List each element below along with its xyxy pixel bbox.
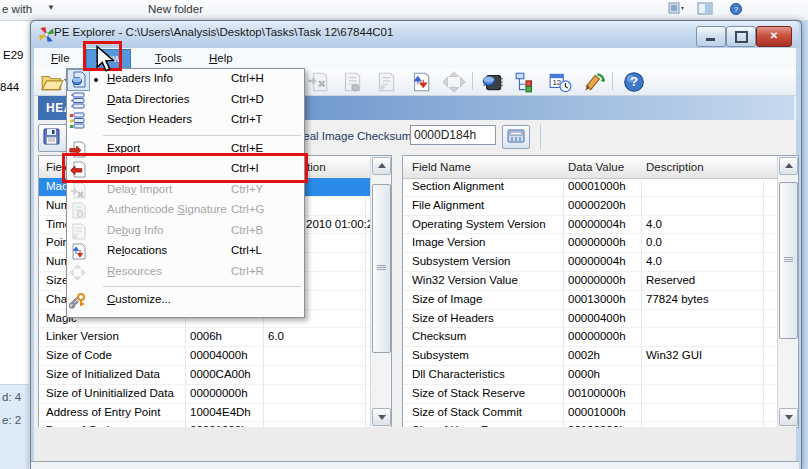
table-cell: 00000004h bbox=[568, 216, 626, 234]
table-row[interactable]: Size of Stack Commit00001000h bbox=[403, 404, 778, 423]
table-row[interactable]: Win32 Version Value00000000hReserved bbox=[403, 272, 778, 291]
svg-text:?: ? bbox=[630, 74, 638, 89]
table-row[interactable]: Size of Stack Reserve00100000h bbox=[403, 385, 778, 404]
table-row[interactable]: Image Version00000000h0.0 bbox=[403, 234, 778, 253]
table-cell: Size of Stack Commit bbox=[412, 404, 522, 422]
save-report-button[interactable] bbox=[38, 124, 68, 152]
toolbar-separator bbox=[472, 72, 473, 90]
table-cell: 00000000h bbox=[568, 234, 626, 252]
details-fragment: d: 4 bbox=[2, 391, 21, 403]
preview-pane-icon[interactable] bbox=[697, 2, 715, 16]
table-cell: Section Alignment bbox=[412, 178, 504, 196]
share-with-label[interactable]: e with bbox=[2, 3, 32, 15]
column-field-name[interactable]: Field Name bbox=[412, 156, 471, 178]
table-row[interactable]: Size of Code00004000h bbox=[39, 347, 371, 366]
table-cell: 00000000h bbox=[190, 385, 248, 403]
menu-item-section-headers[interactable]: Section HeadersCtrl+T bbox=[67, 110, 304, 131]
relocations-icon bbox=[69, 243, 86, 260]
table-cell: File Alignment bbox=[412, 197, 484, 215]
table-cell: Win32 Version Value bbox=[412, 272, 518, 290]
table-cell: 77824 bytes bbox=[646, 291, 709, 309]
column-description[interactable]: Description bbox=[646, 156, 704, 178]
menu-item-authenticode-signature[interactable]: Authenticode SignatureCtrl+G bbox=[67, 200, 304, 221]
menu-item-resources[interactable]: ResourcesCtrl+R bbox=[67, 262, 304, 283]
table-row[interactable]: Operating System Version00000004h4.0 bbox=[403, 216, 778, 235]
table-row[interactable]: Subsystem Version00000004h4.0 bbox=[403, 253, 778, 272]
table-row[interactable]: Size of Initialized Data0000CA00h bbox=[39, 366, 371, 385]
menu-tools[interactable]: Tools bbox=[146, 49, 191, 67]
table-cell: 10004E4Dh bbox=[190, 404, 251, 422]
new-folder-button[interactable]: New folder bbox=[148, 3, 203, 15]
resources-icon[interactable] bbox=[442, 71, 466, 93]
table-cell: 00000004h bbox=[568, 253, 626, 271]
table-cell: 00013000h bbox=[568, 291, 626, 309]
right-pane-scrollbar[interactable] bbox=[777, 156, 798, 427]
real-image-checksum-field[interactable] bbox=[410, 125, 496, 145]
scrollbar-thumb[interactable] bbox=[372, 184, 391, 353]
table-header[interactable]: Field Name Data Value Description bbox=[403, 156, 778, 179]
scroll-down-icon[interactable] bbox=[372, 408, 391, 426]
table-cell: Reserved bbox=[646, 272, 695, 290]
toolbar-separator bbox=[612, 72, 613, 90]
table-cell: 00001000h bbox=[568, 178, 626, 196]
help-icon[interactable]: ? bbox=[622, 71, 646, 93]
minimize-button[interactable] bbox=[696, 26, 726, 47]
menu-item-customize[interactable]: Customize... bbox=[67, 290, 304, 311]
column-data-value[interactable]: Data Value bbox=[568, 156, 624, 178]
table-cell: 4.0 bbox=[646, 253, 662, 271]
screen: e with ▼ New folder ? E29 844 d: 4 e: 2 … bbox=[0, 0, 808, 469]
disassembler-icon[interactable] bbox=[480, 71, 504, 93]
table-cell: 00000000h bbox=[568, 328, 626, 346]
scrollbar-thumb[interactable] bbox=[779, 182, 798, 339]
table-row[interactable]: Checksum00000000h bbox=[403, 328, 778, 347]
debug-info-icon bbox=[69, 223, 86, 240]
optional-header-table: Field Name Data Value Description Sectio… bbox=[402, 155, 799, 428]
table-cell: Address of Entry Point bbox=[46, 404, 160, 422]
dependency-scanner-icon[interactable] bbox=[514, 71, 538, 93]
table-cell: 0000h bbox=[568, 366, 600, 384]
scroll-up-icon[interactable] bbox=[372, 157, 391, 175]
table-row[interactable]: Size of Image00013000h77824 bytes bbox=[403, 291, 778, 310]
table-cell: Operating System Version bbox=[412, 216, 546, 234]
authenticode-signature-icon[interactable] bbox=[340, 71, 364, 93]
details-fragment: e: 2 bbox=[2, 414, 21, 426]
table-row[interactable]: Section Alignment00001000h bbox=[403, 178, 778, 197]
debug-info-icon[interactable] bbox=[374, 71, 398, 93]
table-row[interactable]: Address of Entry Point10004E4Dh bbox=[39, 404, 371, 423]
close-button[interactable]: ✕ bbox=[756, 26, 792, 47]
file-name-fragment: E29 bbox=[3, 49, 23, 61]
table-cell: Checksum bbox=[412, 328, 466, 346]
menu-item-data-directories[interactable]: Data DirectoriesCtrl+D bbox=[67, 90, 304, 111]
menu-help[interactable]: Help bbox=[200, 49, 242, 67]
refresh-brush-icon[interactable] bbox=[582, 71, 606, 93]
date-time-icon[interactable]: 12 bbox=[548, 71, 572, 93]
table-row[interactable]: Linker Version0006h6.0 bbox=[39, 328, 371, 347]
real-image-checksum-label: Real Image Checksum: bbox=[295, 130, 415, 142]
table-cell: Size of Stack Reserve bbox=[412, 385, 525, 403]
menu-item-relocations[interactable]: RelocationsCtrl+L bbox=[67, 241, 304, 262]
change-view-icon[interactable] bbox=[668, 2, 686, 16]
delay-import-icon[interactable] bbox=[306, 71, 330, 93]
scroll-down-icon[interactable] bbox=[779, 408, 798, 426]
open-file-icon[interactable] bbox=[40, 71, 64, 93]
help-icon[interactable]: ? bbox=[727, 2, 745, 16]
left-pane-scrollbar[interactable] bbox=[370, 156, 391, 427]
menu-item-debug-info[interactable]: Debug InfoCtrl+B bbox=[67, 221, 304, 242]
table-row[interactable]: Size of Uninitialized Data00000000h bbox=[39, 385, 371, 404]
scroll-up-icon[interactable] bbox=[779, 157, 798, 175]
app-icon bbox=[38, 26, 55, 43]
table-cell: Win32 GUI bbox=[646, 347, 702, 365]
table-row[interactable]: Subsystem0002hWin32 GUI bbox=[403, 347, 778, 366]
table-row[interactable]: File Alignment00000200h bbox=[403, 197, 778, 216]
section-headers-icon bbox=[69, 112, 86, 129]
menu-file[interactable]: File bbox=[42, 49, 79, 67]
table-row[interactable]: Size of Headers00000400h bbox=[403, 310, 778, 329]
table-cell: 6.0 bbox=[268, 328, 284, 346]
separator bbox=[540, 124, 541, 149]
table-row[interactable]: Dll Characteristics0000h bbox=[403, 366, 778, 385]
table-cell: 00001000h bbox=[568, 404, 626, 422]
maximize-button[interactable] bbox=[726, 26, 756, 47]
relocations-icon[interactable] bbox=[408, 71, 432, 93]
table-cell: Subsystem bbox=[412, 347, 469, 365]
calculator-button[interactable] bbox=[502, 125, 530, 149]
